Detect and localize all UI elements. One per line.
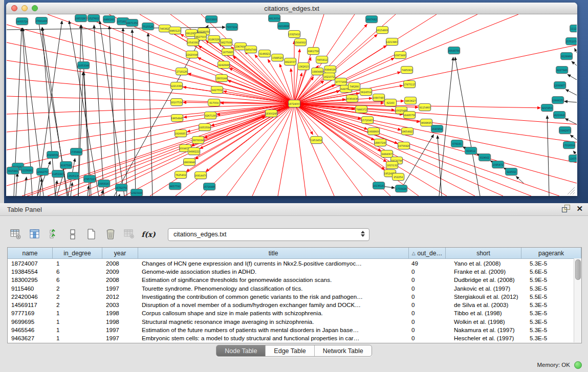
graph-node[interactable]: 15640910: [294, 38, 307, 46]
graph-node[interactable]: 7955812: [316, 56, 328, 63]
cell-short[interactable]: Wolkin et al. (1998): [446, 318, 521, 325]
graph-node[interactable]: 17359924: [70, 148, 82, 156]
cell-pagerank[interactable]: 5.3E-5: [521, 326, 581, 333]
graph-node[interactable]: 1815132: [386, 161, 398, 169]
graph-node[interactable]: 2687682: [365, 15, 378, 23]
graph-node[interactable]: 12093877: [554, 81, 566, 89]
cell-out_de[interactable]: 0: [409, 310, 446, 316]
cell-out_de[interactable]: 0: [409, 301, 446, 308]
cell-in_degree[interactable]: 2: [53, 285, 102, 292]
graph-node[interactable]: 16210643: [553, 111, 565, 119]
cell-out_de[interactable]: 49: [409, 260, 446, 267]
graph-node[interactable]: 9827508: [220, 38, 232, 46]
table-row[interactable]: 946362711997Embryonic stem cells: a mode…: [8, 334, 581, 342]
graph-node[interactable]: 19654923: [401, 127, 413, 135]
graph-node[interactable]: 10653267: [75, 14, 87, 22]
graph-node[interactable]: 1362615: [297, 62, 310, 70]
column-selector-icon[interactable]: [28, 228, 41, 241]
graph-node[interactable]: 9146821: [258, 50, 271, 57]
column-header-name[interactable]: name: [8, 248, 53, 258]
table-row[interactable]: 1872400712008Changes of HCN gene express…: [8, 259, 581, 267]
graph-node[interactable]: 17975115: [403, 80, 416, 88]
graph-node[interactable]: 3624554: [360, 88, 372, 96]
graph-node[interactable]: 8878334: [192, 136, 204, 144]
cell-year[interactable]: 2008: [102, 276, 138, 283]
cell-title[interactable]: Disruption of a novel member of a sodium…: [138, 301, 409, 308]
cell-short[interactable]: Jankovic et al. (1997): [446, 285, 521, 292]
cell-pagerank[interactable]: 5.5E-5: [521, 293, 581, 300]
graph-node[interactable]: 679191: [451, 140, 463, 147]
tab-network-table[interactable]: Network Table: [315, 345, 372, 356]
graph-node[interactable]: 24055724: [16, 17, 28, 25]
graph-node[interactable]: 919612: [465, 147, 477, 155]
graph-node[interactable]: 1640954: [431, 125, 443, 133]
cell-year[interactable]: 2003: [102, 301, 138, 308]
graph-node[interactable]: 2803144: [215, 74, 228, 82]
cell-title[interactable]: Estimation of significance thresholds fo…: [138, 276, 409, 283]
graph-node[interactable]: 7857224: [226, 23, 238, 31]
graph-node[interactable]: 1527602: [88, 14, 100, 22]
cell-out_de[interactable]: 0: [409, 318, 446, 325]
cell-year[interactable]: 2008: [102, 260, 138, 267]
graph-node[interactable]: 1733426: [395, 185, 407, 192]
close-panel-icon[interactable]: ✕: [576, 205, 583, 212]
graph-node[interactable]: 6961758: [307, 47, 319, 55]
float-panel-icon[interactable]: [562, 205, 570, 212]
graph-node[interactable]: 18300295: [265, 110, 277, 117]
table-row[interactable]: 1830029562008Estimation of significance …: [8, 276, 581, 284]
function-builder-icon[interactable]: f(x): [142, 228, 155, 241]
graph-node[interactable]: 18609948: [183, 158, 195, 166]
vertical-scrollbar[interactable]: [574, 258, 581, 342]
resize-grip[interactable]: [568, 187, 575, 194]
cell-title[interactable]: Changes of HCN gene expression and I(f) …: [138, 260, 409, 267]
cell-pagerank[interactable]: 5.9E-5: [521, 276, 581, 283]
graph-node[interactable]: 7485063: [401, 66, 413, 74]
graph-node[interactable]: 12942757: [36, 168, 49, 176]
graph-node[interactable]: 1112304: [570, 25, 577, 32]
table-row[interactable]: 977716911998Corpus callosum shape and si…: [8, 309, 581, 317]
graph-node[interactable]: 15716485: [203, 183, 215, 190]
cell-in_degree[interactable]: 1: [53, 310, 102, 316]
graph-node[interactable]: 252254: [392, 173, 404, 181]
cell-name[interactable]: 9699695: [8, 318, 53, 325]
graph-node[interactable]: 11451947: [52, 170, 64, 178]
graph-node[interactable]: 15992971: [559, 126, 571, 134]
graph-node[interactable]: 7515526: [142, 23, 154, 30]
graph-node[interactable]: 1990448: [311, 68, 323, 75]
delete-table-icon[interactable]: [104, 228, 117, 241]
network-window[interactable]: citations_edges.txt 18: [6, 3, 577, 196]
graph-node[interactable]: 10807487: [373, 94, 385, 101]
graph-node[interactable]: 2718126: [176, 68, 188, 75]
graph-node[interactable]: 9115460: [419, 103, 431, 111]
cell-short[interactable]: Tibbo et al. (1998): [446, 310, 521, 316]
graph-node[interactable]: 924502: [505, 168, 517, 176]
graph-node[interactable]: 12923446: [130, 189, 143, 196]
graph-node[interactable]: 16154808: [376, 26, 388, 34]
cell-out_de[interactable]: 0: [409, 293, 446, 300]
cell-out_de[interactable]: 0: [409, 276, 446, 283]
graph-node[interactable]: 19756928: [398, 142, 410, 149]
cell-year[interactable]: 1998: [102, 318, 138, 325]
cell-year[interactable]: 2012: [102, 293, 138, 300]
graph-node[interactable]: 9215953: [541, 104, 553, 112]
cell-title[interactable]: Estimation of the future numbers of pati…: [138, 326, 409, 333]
column-header-pagerank[interactable]: pagerank: [521, 248, 581, 258]
column-header-year[interactable]: year: [102, 248, 138, 258]
graph-node[interactable]: 27691406: [35, 17, 48, 25]
graph-node[interactable]: 21053346: [77, 61, 90, 69]
graph-node[interactable]: 8822037: [284, 58, 296, 65]
graph-node[interactable]: 1953454: [310, 136, 322, 144]
column-header-short[interactable]: short: [446, 248, 521, 258]
graph-node[interactable]: 11156863: [21, 166, 33, 174]
rows-icon[interactable]: [66, 228, 79, 241]
graph-node[interactable]: 819642: [478, 154, 491, 161]
graph-node[interactable]: 20206556: [47, 151, 59, 159]
column-header-title[interactable]: title: [138, 248, 409, 258]
column-header-in_degree[interactable]: in_degree: [53, 248, 102, 258]
graph-node[interactable]: 1095472: [492, 161, 504, 168]
graph-node[interactable]: 12213399: [170, 82, 183, 90]
cell-in_degree[interactable]: 6: [53, 276, 102, 283]
cell-title[interactable]: Embryonic stem cells: a model to study s…: [138, 335, 409, 341]
graph-node[interactable]: 62160: [384, 99, 397, 106]
graph-node[interactable]: 19353594: [199, 123, 211, 131]
